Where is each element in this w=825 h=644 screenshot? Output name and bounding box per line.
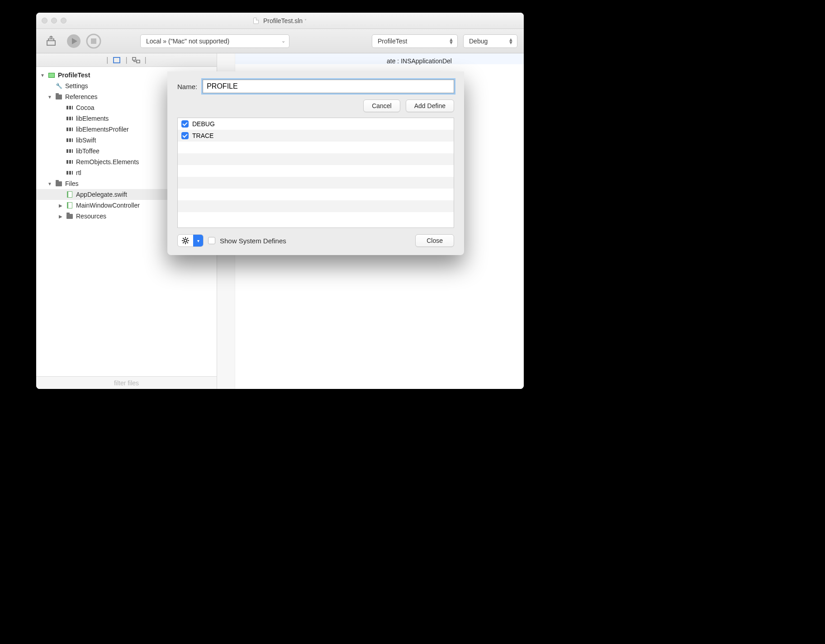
reference-icon: [66, 106, 73, 109]
define-row[interactable]: DEBUG: [178, 118, 454, 130]
updown-icon: ▲▼: [449, 38, 454, 44]
tree-reference-label: rtl: [76, 169, 81, 176]
tree-reference-label: Cocoa: [76, 104, 94, 111]
svg-rect-5: [114, 57, 120, 63]
tree-file-label: MainWindowController: [76, 202, 140, 209]
build-button[interactable]: [43, 33, 60, 50]
target-selector-label: Local » ("Mac" not supported): [146, 38, 229, 45]
filter-files-input[interactable]: filter files: [36, 376, 217, 389]
sidebar-tab-hierarchy[interactable]: [131, 56, 141, 65]
reference-icon: [66, 160, 73, 164]
tree-reference-label: libElementsProfiler: [76, 126, 129, 133]
title-dropdown-icon[interactable]: ˅: [304, 19, 307, 24]
define-row[interactable]: [178, 189, 454, 200]
define-row[interactable]: [178, 200, 454, 212]
tree-file-selected-label: AppDelegate.swift: [76, 191, 127, 198]
run-stop-group: [65, 33, 102, 50]
config-selector[interactable]: Debug ▲▼: [463, 34, 517, 48]
define-checkbox[interactable]: [181, 132, 189, 139]
show-system-defines-label: Show System Defines: [220, 237, 286, 245]
close-button[interactable]: Close: [415, 234, 454, 247]
svg-point-8: [184, 239, 187, 242]
filter-placeholder: filter files: [114, 379, 139, 387]
disclosure-triangle-icon[interactable]: ▼: [47, 95, 52, 99]
updown-icon: ▲▼: [508, 38, 513, 44]
defines-list[interactable]: DEBUGTRACE: [177, 118, 454, 228]
minimize-window-button[interactable]: [51, 18, 57, 24]
folder-icon: [66, 214, 73, 219]
swift-file-icon: [67, 202, 72, 208]
reference-icon: [66, 138, 73, 142]
svg-rect-7: [137, 60, 140, 63]
sidebar-tab-navigator[interactable]: [112, 56, 122, 65]
reference-icon: [66, 171, 73, 175]
ide-window: ProfileTest.sln ˅ Local » ("Mac" not sup…: [36, 13, 524, 389]
disclosure-triangle-icon[interactable]: ▼: [47, 181, 52, 186]
sidebar-tab-strip: | | |: [36, 53, 217, 67]
show-system-defines-checkbox[interactable]: [208, 237, 215, 244]
svg-line-13: [183, 238, 184, 239]
stop-button[interactable]: [85, 33, 102, 50]
cancel-button[interactable]: Cancel: [363, 99, 400, 112]
defines-dialog: Name: Cancel Add Define DEBUGTRACE ▾ Sho…: [167, 71, 464, 255]
editor-header-band: [217, 53, 524, 64]
svg-rect-6: [133, 57, 136, 60]
options-menu-button[interactable]: ▾: [177, 234, 204, 247]
svg-line-15: [183, 242, 184, 243]
target-selector[interactable]: Local » ("Mac" not supported) ⌄: [140, 34, 289, 48]
folder-icon: [56, 181, 62, 186]
define-label: DEBUG: [192, 120, 215, 128]
toolbar: Local » ("Mac" not supported) ⌄ ProfileT…: [36, 29, 524, 53]
tree-settings-label: Settings: [65, 82, 88, 90]
svg-line-14: [187, 242, 188, 243]
define-label: TRACE: [192, 132, 213, 139]
tree-root-label: ProfileTest: [58, 71, 90, 79]
tree-reference-label: libToffee: [76, 147, 100, 155]
add-define-button[interactable]: Add Define: [406, 99, 454, 112]
project-selector[interactable]: ProfileTest ▲▼: [372, 34, 458, 48]
tree-files-label: Files: [65, 180, 79, 187]
tree-reference-label: libSwift: [76, 137, 96, 144]
document-icon: [253, 18, 259, 24]
svg-rect-4: [91, 38, 96, 44]
close-window-button[interactable]: [42, 18, 47, 24]
navigator-icon: [113, 57, 120, 63]
reference-icon: [66, 128, 73, 131]
hierarchy-icon: [132, 57, 140, 63]
svg-line-16: [187, 238, 188, 239]
define-name-input[interactable]: [203, 80, 454, 93]
titlebar: ProfileTest.sln ˅: [36, 13, 524, 29]
define-row[interactable]: [178, 142, 454, 153]
swift-file-icon: [67, 191, 72, 198]
project-icon: [48, 73, 55, 78]
project-selector-label: ProfileTest: [378, 38, 407, 45]
define-row[interactable]: [178, 177, 454, 189]
define-row[interactable]: TRACE: [178, 130, 454, 142]
gear-icon: [178, 235, 193, 246]
disclosure-triangle-icon[interactable]: ▼: [40, 73, 45, 78]
name-label: Name:: [177, 83, 197, 90]
define-checkbox[interactable]: [181, 120, 189, 128]
run-button[interactable]: [65, 33, 82, 50]
zoom-window-button[interactable]: [61, 18, 66, 24]
tree-references-label: References: [65, 93, 98, 100]
chevron-down-icon: ▾: [193, 235, 203, 246]
window-title: ProfileTest.sln ˅: [36, 17, 524, 24]
traffic-lights: [42, 18, 66, 24]
tree-folder-label: Resources: [76, 213, 106, 220]
reference-icon: [66, 149, 73, 153]
reference-icon: [66, 117, 73, 120]
tree-reference-label: libElements: [76, 115, 109, 122]
chevron-down-icon: ⌄: [281, 38, 285, 44]
define-row[interactable]: [178, 153, 454, 165]
svg-rect-0: [47, 41, 55, 45]
folder-icon: [56, 95, 62, 99]
tree-reference-label: RemObjects.Elements: [76, 158, 139, 166]
define-row[interactable]: [178, 165, 454, 177]
disclosure-triangle-icon[interactable]: ▶: [58, 203, 63, 208]
wrench-icon: [55, 82, 62, 90]
config-selector-label: Debug: [469, 38, 488, 45]
disclosure-triangle-icon[interactable]: ▶: [58, 214, 63, 219]
window-title-text: ProfileTest.sln: [263, 17, 303, 24]
